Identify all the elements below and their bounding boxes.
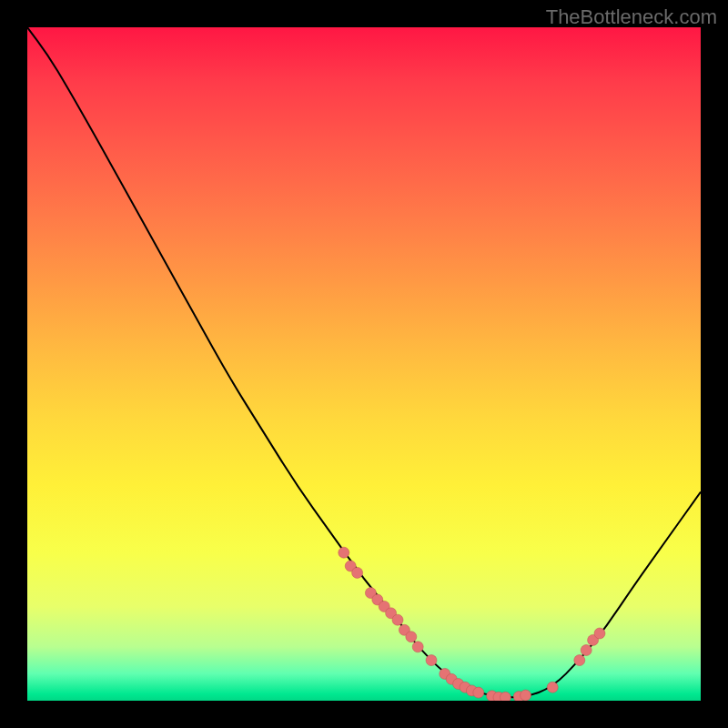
watermark-text: TheBottleneck.com xyxy=(546,5,717,29)
data-marker xyxy=(426,655,437,666)
data-marker xyxy=(473,687,484,698)
data-markers xyxy=(339,547,605,701)
data-marker xyxy=(392,614,403,625)
chart-svg xyxy=(27,27,701,701)
data-marker xyxy=(547,682,558,693)
data-marker xyxy=(412,642,423,652)
data-marker xyxy=(574,655,585,666)
data-marker xyxy=(339,547,349,558)
bottleneck-curve xyxy=(27,27,701,697)
data-marker xyxy=(406,632,417,642)
data-marker xyxy=(500,692,511,701)
data-marker xyxy=(352,567,363,578)
data-marker xyxy=(521,690,531,701)
chart-area xyxy=(27,27,701,701)
data-marker xyxy=(581,645,592,656)
data-marker xyxy=(594,628,605,639)
